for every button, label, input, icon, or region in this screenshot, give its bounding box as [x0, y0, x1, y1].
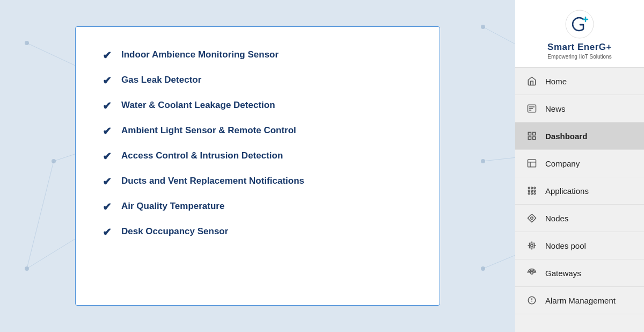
news-icon — [526, 103, 538, 114]
sidebar-item-label: Applications — [545, 186, 589, 196]
sidebar-item-label: News — [545, 104, 566, 113]
feature-text: Access Control & Intrusion Detection — [121, 149, 283, 162]
brand-tagline: Empowering IIoT Solutions — [547, 54, 611, 60]
gateways-icon — [526, 267, 538, 279]
nodes-icon — [526, 212, 538, 224]
svg-point-66 — [531, 187, 533, 189]
sidebar: Smart EnerG+ Empowering IIoT Solutions H… — [515, 0, 644, 332]
feature-text: Indoor Ambience Monitoring Sensor — [121, 48, 279, 61]
brand-logo-icon — [565, 10, 594, 39]
sidebar-item-nodes[interactable]: Nodes — [515, 205, 644, 232]
feature-list: ✔ Indoor Ambience Monitoring Sensor ✔ Ga… — [103, 48, 413, 239]
feature-item: ✔ Access Control & Intrusion Detection — [103, 149, 413, 163]
sidebar-item-applications[interactable]: Applications — [515, 177, 644, 205]
feature-item: ✔ Water & Coolant Leakage Detection — [103, 99, 413, 112]
feature-text: Ducts and Vent Replacement Notifications — [121, 175, 304, 187]
sidebar-item-nodes-pool[interactable]: Nodes pool — [515, 232, 644, 259]
sidebar-item-news[interactable]: News — [515, 95, 644, 122]
check-icon: ✔ — [103, 49, 112, 62]
feature-text: Gas Leak Detector — [121, 74, 201, 86]
feature-text: Desk Occupancy Sensor — [121, 225, 228, 238]
feature-text: Air Quality Temperature — [121, 200, 224, 213]
main-content: ✔ Indoor Ambience Monitoring Sensor ✔ Ga… — [0, 0, 515, 332]
sidebar-item-label: Home — [545, 77, 567, 86]
svg-rect-58 — [528, 132, 531, 135]
brand-name: Smart EnerG+ — [547, 42, 612, 53]
check-icon: ✔ — [103, 99, 112, 112]
feature-item: ✔ Ducts and Vent Replacement Notificatio… — [103, 175, 413, 188]
svg-rect-59 — [533, 132, 536, 135]
svg-rect-61 — [533, 137, 536, 140]
svg-rect-62 — [528, 160, 536, 167]
sidebar-item-home[interactable]: Home — [515, 68, 644, 95]
feature-item: ✔ Indoor Ambience Monitoring Sensor — [103, 48, 413, 62]
svg-point-80 — [531, 272, 533, 275]
svg-point-73 — [534, 193, 536, 194]
nav-list: Home News Dashboard Company Applications… — [515, 68, 644, 332]
sidebar-item-label: Gateways — [545, 269, 581, 278]
company-icon — [526, 157, 538, 169]
check-icon: ✔ — [103, 200, 112, 213]
sidebar-item-gateways[interactable]: Gateways — [515, 259, 644, 287]
check-icon: ✔ — [103, 226, 112, 239]
feature-item: ✔ Gas Leak Detector — [103, 74, 413, 87]
feature-item: ✔ Ambient Light Sensor & Remote Control — [103, 124, 413, 138]
check-icon: ✔ — [103, 175, 112, 188]
svg-point-72 — [531, 193, 533, 194]
svg-point-71 — [528, 193, 530, 194]
svg-point-74 — [531, 217, 533, 220]
check-icon: ✔ — [103, 125, 112, 138]
home-icon — [526, 75, 538, 87]
sidebar-item-label: Nodes — [545, 214, 568, 223]
sidebar-item-label: Company — [545, 159, 580, 168]
sidebar-item-label: Dashboard — [545, 132, 587, 141]
sidebar-logo: Smart EnerG+ Empowering IIoT Solutions — [515, 0, 644, 68]
sidebar-item-dashboard[interactable]: Dashboard — [515, 122, 644, 150]
svg-point-67 — [534, 187, 536, 189]
feature-item: ✔ Air Quality Temperature — [103, 200, 413, 213]
feature-card: ✔ Indoor Ambience Monitoring Sensor ✔ Ga… — [75, 26, 440, 306]
sidebar-item-company[interactable]: Company — [515, 150, 644, 177]
svg-point-68 — [528, 190, 530, 192]
svg-point-51 — [566, 10, 594, 38]
svg-point-65 — [528, 187, 530, 189]
feature-text: Ambient Light Sensor & Remote Control — [121, 124, 296, 137]
sidebar-item-alarm-management[interactable]: Alarm Management — [515, 287, 644, 314]
feature-item: ✔ Desk Occupancy Sensor — [103, 225, 413, 239]
sidebar-item-label: Alarm Management — [545, 296, 616, 305]
svg-point-75 — [531, 244, 533, 247]
svg-point-70 — [534, 190, 536, 192]
sidebar-item-label: Nodes pool — [545, 241, 586, 250]
svg-point-69 — [531, 190, 533, 192]
alarm-icon — [526, 294, 538, 306]
check-icon: ✔ — [103, 74, 112, 87]
dashboard-icon — [526, 130, 538, 142]
feature-text: Water & Coolant Leakage Detection — [121, 99, 275, 112]
applications-icon — [526, 185, 538, 197]
check-icon: ✔ — [103, 150, 112, 163]
nodes-pool-icon — [526, 240, 538, 251]
svg-rect-60 — [528, 137, 531, 140]
